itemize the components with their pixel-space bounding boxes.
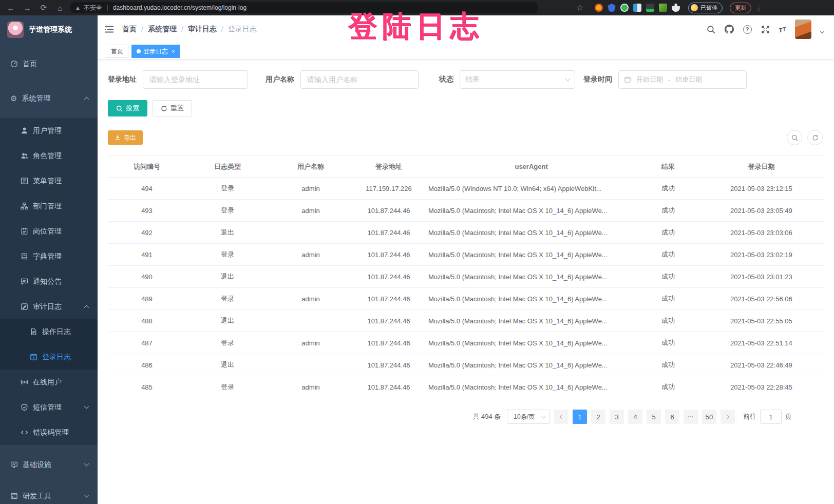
font-size-icon[interactable]: тT [779,25,786,34]
github-icon[interactable] [725,25,734,34]
sidebar-item-users[interactable]: 用户管理 [0,118,98,143]
username-input[interactable] [300,70,419,89]
reload-icon[interactable]: ⟳ [37,3,50,12]
export-button[interactable]: 导出 [108,130,143,145]
sidebar-item-roles[interactable]: 角色管理 [0,143,98,168]
cell-result: 成功 [637,376,699,398]
page-button-50[interactable]: 50 [702,410,716,424]
cell-type: 登录 [186,244,269,266]
header-username: 用户名称 [269,156,352,178]
sidebar-item-menus[interactable]: 菜单管理 [0,168,98,193]
help-icon[interactable]: ? [743,25,752,34]
address-label: 登录地址 [108,75,137,84]
browser-update-button[interactable]: 更新 [730,3,751,13]
table-row[interactable]: 491登录admin101.87.244.46Mozilla/5.0 (Maci… [108,244,824,266]
more-pages-button[interactable]: ••• [684,410,698,424]
logo-image [7,22,24,38]
refresh-table-button[interactable] [807,130,823,145]
sidebar-item-infra[interactable]: 基础设施 [0,452,98,477]
prev-page-button[interactable] [554,410,568,424]
sidebar-item-audit-log[interactable]: 审计日志 [0,294,98,319]
page-button-4[interactable]: 4 [628,410,642,424]
sidebar-item-posts[interactable]: 岗位管理 [0,219,98,244]
toggle-search-button[interactable] [787,130,802,145]
page-button-2[interactable]: 2 [591,410,605,424]
table-row[interactable]: 490退出101.87.244.46Mozilla/5.0 (Macintosh… [108,266,824,288]
login-log-icon [30,353,37,361]
sidebar-item-devtools[interactable]: 研发工具 [0,483,98,504]
sidebar-item-dict[interactable]: 字典管理 [0,244,98,269]
extension-orange-icon[interactable] [595,4,603,12]
profile-paused-chip[interactable]: 已暂停 [688,3,723,13]
sidebar-item-notice[interactable]: 通知公告 [0,269,98,294]
forward-icon[interactable]: → [21,4,34,12]
next-page-button[interactable] [721,410,735,424]
browser-menu-icon[interactable]: ⋮ [755,4,762,12]
table-row[interactable]: 488退出101.87.244.46Mozilla/5.0 (Macintosh… [108,310,824,332]
sidebar-item-operation-log[interactable]: 操作日志 [0,319,98,344]
tag-login-log[interactable]: 登录日志 × [131,45,180,58]
search-icon[interactable] [707,25,715,34]
reset-button[interactable]: 重置 [153,100,192,117]
page-button-6[interactable]: 6 [665,410,679,424]
sidebar-item-online-users[interactable]: 在线用户 [0,370,98,395]
cell-user-agent: Mozilla/5.0 (Macintosh; Intel Mac OS X 1… [425,200,637,222]
goto-page-input[interactable] [760,410,782,424]
sidebar-logo[interactable]: 芋道管理系统 [0,15,98,44]
breadcrumb-home[interactable]: 首页 [122,25,137,34]
breadcrumb-audit-log[interactable]: 审计日志 [188,25,217,34]
chevron-down-icon [84,404,89,409]
table-row[interactable]: 489登录admin101.87.244.46Mozilla/5.0 (Maci… [108,288,824,310]
cell-type: 退出 [186,222,269,244]
sidebar-item-sms[interactable]: 短信管理 [0,395,98,420]
sidebar-item-login-log[interactable]: 登录日志 [0,344,98,370]
chevron-up-icon [84,305,89,311]
table-row[interactable]: 487登录admin101.87.244.46Mozilla/5.0 (Maci… [108,332,824,354]
sidebar-item-depts[interactable]: 部门管理 [0,193,98,219]
bookmark-star-icon[interactable]: ☆ [573,3,586,12]
page-size-select[interactable]: 10条/页 [507,410,550,424]
page-button-1[interactable]: 1 [573,410,587,424]
sidebar-item-home[interactable]: 首页 [0,51,98,76]
breadcrumb-system[interactable]: 系统管理 [148,25,177,34]
extension-panels-icon[interactable] [633,4,641,12]
badge-icon [21,227,28,235]
extension-shield-icon[interactable] [608,4,616,12]
header-log-type: 日志类型 [186,156,269,178]
status-select[interactable]: 结果 [460,70,575,89]
tag-home[interactable]: 首页 [106,45,128,58]
table-row[interactable]: 494登录admin117.159.17.226Mozilla/5.0 (Win… [108,178,824,200]
table-row[interactable]: 492退出101.87.244.46Mozilla/5.0 (Macintosh… [108,222,824,244]
avatar-caret-icon[interactable] [820,29,824,33]
username-label: 用户名称 [266,75,294,84]
table-row[interactable]: 486退出101.87.244.46Mozilla/5.0 (Macintosh… [108,354,824,376]
dashboard-icon [10,60,18,68]
user-avatar[interactable] [795,20,811,39]
extension-plug-icon[interactable] [659,4,667,12]
address-input[interactable] [143,70,248,89]
home-icon[interactable]: ⌂ [53,4,67,12]
user-icon [21,127,28,134]
back-icon[interactable]: ← [4,4,17,12]
cell-user-agent: Mozilla/5.0 (Macintosh; Intel Mac OS X 1… [425,288,637,310]
extension-list-on-icon[interactable] [646,4,654,12]
sidebar-item-errorcode[interactable]: 错误码管理 [0,420,98,445]
close-icon[interactable]: × [172,48,175,54]
url-text[interactable]: dashboard.yudao.iocoder.cn/system/log/lo… [113,4,247,11]
fullscreen-icon[interactable] [761,25,770,34]
table-row[interactable]: 485登录admin101.87.244.46Mozilla/5.0 (Maci… [108,376,824,398]
date-range-picker[interactable]: 开始日期 - 结束日期 [618,70,747,89]
search-button[interactable]: 搜索 [108,100,147,117]
table-row[interactable]: 493登录admin101.87.244.46Mozilla/5.0 (Maci… [108,200,824,222]
address-bar[interactable]: ▲ 不安全 dashboard.yudao.iocoder.cn/system/… [70,2,538,13]
page-button-3[interactable]: 3 [610,410,624,424]
page-button-5[interactable]: 5 [647,410,661,424]
sidebar-item-label: 用户管理 [33,126,62,135]
extension-green-icon[interactable] [620,4,629,12]
sidebar-item-system[interactable]: ⚙ 系统管理 [0,86,98,111]
cell-ip: 101.87.244.46 [352,244,425,266]
security-label[interactable]: 不安全 [84,4,102,12]
extension-puzzle-icon[interactable] [672,4,680,12]
tag-label: 登录日志 [143,47,168,56]
hamburger-icon[interactable] [105,25,114,33]
